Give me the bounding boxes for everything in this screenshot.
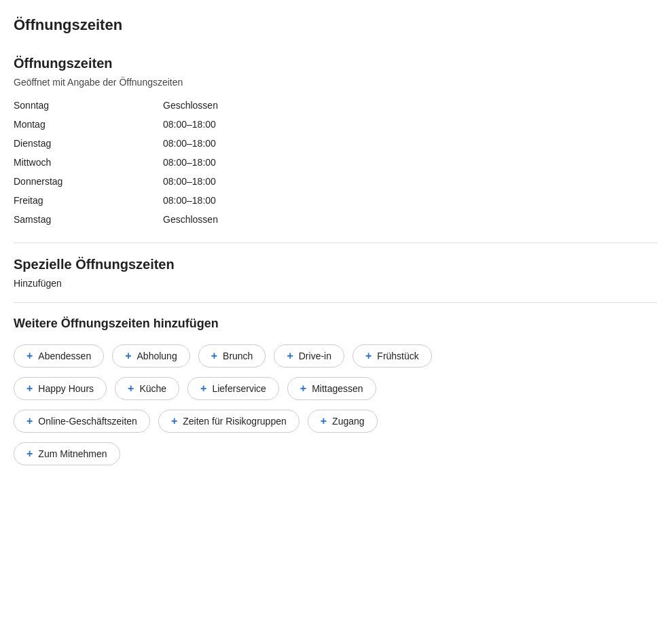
table-row: Freitag 08:00–18:00 — [14, 191, 657, 210]
day-label: Montag — [14, 115, 163, 134]
chip-lieferservice[interactable]: +Lieferservice — [187, 377, 279, 400]
chips-row-4: +Zum Mitnehmen — [14, 442, 657, 465]
plus-icon: + — [300, 383, 306, 394]
plus-icon: + — [26, 416, 33, 427]
plus-icon: + — [125, 351, 131, 361]
chip-online-gesch-ftszeiten[interactable]: +Online-Geschäftszeiten — [14, 410, 150, 433]
time-value: 08:00–18:00 — [163, 115, 657, 134]
day-label: Donnerstag — [14, 172, 163, 191]
plus-icon: + — [321, 416, 327, 427]
plus-icon: + — [200, 383, 206, 394]
divider-1 — [14, 243, 657, 243]
day-label: Samstag — [14, 210, 163, 229]
chip-label: Online-Geschäftszeiten — [38, 416, 137, 427]
add-special-hours-link[interactable]: Hinzufügen — [14, 278, 657, 289]
chip-label: Zeiten für Risikogruppen — [183, 416, 287, 427]
chips-row-3: +Online-Geschäftszeiten+Zeiten für Risik… — [14, 410, 657, 433]
chips-row-2: +Happy Hours+Küche+Lieferservice+Mittage… — [14, 377, 657, 400]
chip-fr-hst-ck[interactable]: +Frühstück — [352, 344, 432, 368]
table-row: Montag 08:00–18:00 — [14, 115, 657, 134]
chips-row-1: +Abendessen+Abholung+Brunch+Drive-in+Frü… — [14, 344, 657, 368]
plus-icon: + — [365, 351, 371, 361]
plus-icon: + — [128, 383, 134, 394]
more-hours-section: Weitere Öffnungszeiten hinzufügen +Abend… — [14, 317, 657, 465]
chip-label: Abendessen — [38, 351, 91, 361]
time-value: 08:00–18:00 — [163, 153, 657, 172]
chip-abendessen[interactable]: +Abendessen — [14, 344, 104, 368]
table-row: Sonntag Geschlossen — [14, 96, 657, 115]
opening-hours-section: Öffnungszeiten Geöffnet mit Angabe der Ö… — [14, 56, 657, 229]
chip-label: Zum Mitnehmen — [38, 448, 107, 459]
opening-hours-subtitle: Geöffnet mit Angabe der Öffnungszeiten — [14, 77, 657, 88]
divider-2 — [14, 302, 657, 303]
chip-drive-in[interactable]: +Drive-in — [274, 344, 344, 368]
chip-mittagessen[interactable]: +Mittagessen — [287, 377, 376, 400]
day-label: Freitag — [14, 191, 163, 210]
chip-label: Abholung — [137, 351, 177, 361]
chip-brunch[interactable]: +Brunch — [198, 344, 266, 368]
chip-abholung[interactable]: +Abholung — [112, 344, 190, 368]
special-hours-section: Spezielle Öffnungszeiten Hinzufügen — [14, 257, 657, 289]
chip-label: Küche — [139, 383, 166, 394]
more-hours-title: Weitere Öffnungszeiten hinzufügen — [14, 317, 657, 331]
plus-icon: + — [26, 448, 33, 459]
chip-label: Frühstück — [377, 351, 418, 361]
time-value: Geschlossen — [163, 96, 657, 115]
plus-icon: + — [171, 416, 177, 427]
time-value: 08:00–18:00 — [163, 191, 657, 210]
plus-icon: + — [287, 351, 293, 361]
table-row: Donnerstag 08:00–18:00 — [14, 172, 657, 191]
time-value: 08:00–18:00 — [163, 172, 657, 191]
chip-label: Drive-in — [299, 351, 331, 361]
chip-happy-hours[interactable]: +Happy Hours — [14, 377, 107, 400]
chip-zum-mitnehmen[interactable]: +Zum Mitnehmen — [14, 442, 120, 465]
time-value: 08:00–18:00 — [163, 134, 657, 153]
chip-label: Mittagessen — [312, 383, 363, 394]
chip-zugang[interactable]: +Zugang — [308, 410, 378, 433]
hours-table: Sonntag Geschlossen Montag 08:00–18:00 D… — [14, 96, 657, 229]
chip-label: Zugang — [332, 416, 364, 427]
special-hours-title: Spezielle Öffnungszeiten — [14, 257, 657, 272]
plus-icon: + — [26, 383, 33, 394]
table-row: Samstag Geschlossen — [14, 210, 657, 229]
chip-label: Lieferservice — [212, 383, 266, 394]
table-row: Mittwoch 08:00–18:00 — [14, 153, 657, 172]
chip-zeiten-f-r-risikogruppen[interactable]: +Zeiten für Risikogruppen — [158, 410, 300, 433]
table-row: Dienstag 08:00–18:00 — [14, 134, 657, 153]
page-title: Öffnungszeiten — [14, 16, 657, 34]
plus-icon: + — [26, 351, 33, 361]
day-label: Mittwoch — [14, 153, 163, 172]
chip-k-che[interactable]: +Küche — [115, 377, 179, 400]
chip-label: Happy Hours — [38, 383, 94, 394]
chip-label: Brunch — [223, 351, 253, 361]
opening-hours-title: Öffnungszeiten — [14, 56, 657, 71]
time-value: Geschlossen — [163, 210, 657, 229]
day-label: Sonntag — [14, 96, 163, 115]
plus-icon: + — [211, 351, 217, 361]
day-label: Dienstag — [14, 134, 163, 153]
